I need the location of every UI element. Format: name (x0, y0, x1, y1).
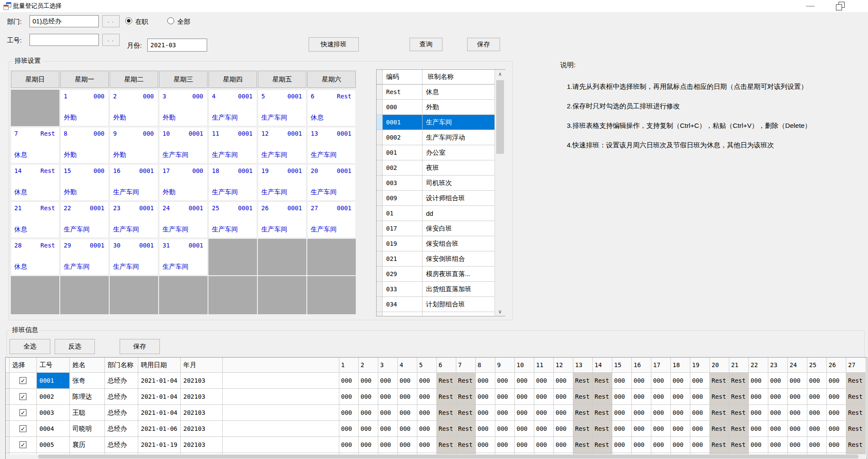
day-value-cell[interactable]: 000 (339, 389, 359, 405)
shift-list-row[interactable]: 034计划部组合班 (377, 297, 505, 312)
calendar-cell[interactable]: 6Rest休息 (307, 90, 356, 126)
day-value-cell[interactable]: 000 (515, 373, 534, 389)
day-value-cell[interactable]: Rest (437, 405, 456, 421)
day-value-cell[interactable]: 000 (768, 437, 788, 453)
shift-list-row[interactable]: 01dd (377, 206, 505, 221)
horizontal-scrollbar[interactable] (6, 454, 866, 459)
day-value-cell[interactable]: 000 (690, 405, 710, 421)
day-value-cell[interactable]: 000 (827, 389, 846, 405)
day-value-cell[interactable]: Rest (593, 373, 612, 389)
shift-row-selector[interactable] (377, 115, 383, 130)
day-value-cell[interactable]: 000 (398, 405, 417, 421)
save-button-top[interactable]: 保存 (467, 38, 500, 51)
day-value-cell[interactable]: 000 (749, 389, 768, 405)
day-value-cell[interactable]: Rest (573, 421, 593, 437)
hire-date-cell[interactable]: 2021-01-19 (138, 437, 181, 453)
calendar-cell[interactable]: 160001生产车间 (110, 164, 158, 201)
day-value-cell[interactable]: 000 (417, 405, 437, 421)
day-value-cell[interactable]: 000 (417, 437, 437, 453)
yearmonth-cell[interactable]: 202103 (181, 405, 223, 421)
day-value-cell[interactable]: 000 (495, 389, 515, 405)
shift-list-row[interactable]: 0001生产车间 (377, 115, 505, 130)
row-selector[interactable] (6, 421, 10, 437)
day-value-cell[interactable]: 000 (651, 421, 671, 437)
day-value-cell[interactable]: 000 (651, 373, 671, 389)
checkbox-checked-icon[interactable]: ✓ (20, 377, 26, 384)
day-value-cell[interactable]: 000 (749, 373, 768, 389)
day-value-cell[interactable]: 000 (554, 373, 573, 389)
day-value-cell[interactable]: 000 (612, 389, 632, 405)
calendar-cell[interactable]: 300001生产车间 (110, 239, 158, 275)
day-value-cell[interactable]: 000 (339, 373, 359, 389)
shift-list-scrollbar[interactable]: ∧ ∨ (494, 70, 505, 316)
day-value-cell[interactable]: Rest (437, 421, 456, 437)
row-selector[interactable] (6, 405, 10, 421)
day-value-cell[interactable]: 000 (632, 421, 651, 437)
day-value-cell[interactable]: 000 (476, 389, 495, 405)
day-value-cell[interactable]: 000 (515, 421, 534, 437)
calendar-cell[interactable]: 230001生产车间 (110, 202, 158, 238)
day-value-cell[interactable]: 000 (339, 437, 359, 453)
empno-cell[interactable]: 0003 (37, 405, 70, 421)
radio-all[interactable] (167, 17, 174, 24)
day-value-cell[interactable]: Rest (729, 373, 749, 389)
checkbox-cell[interactable]: ✓ (10, 405, 37, 421)
day-value-cell[interactable]: 000 (807, 421, 827, 437)
calendar-cell[interactable]: 180001生产车间 (208, 164, 257, 201)
calendar-cell[interactable]: 3000外勤 (159, 90, 208, 126)
shift-list-row[interactable]: 001办公室 (377, 145, 505, 160)
day-value-cell[interactable]: 000 (632, 373, 651, 389)
shift-list-row[interactable]: 017保安白班 (377, 221, 505, 236)
dept-cell[interactable]: 总经办 (105, 389, 138, 405)
day-value-cell[interactable]: Rest (846, 437, 866, 453)
radio-all-label[interactable]: 全部 (177, 18, 190, 26)
day-value-cell[interactable]: 000 (768, 373, 788, 389)
shift-row-selector[interactable] (377, 176, 383, 190)
checkbox-checked-icon[interactable]: ✓ (20, 393, 26, 400)
day-value-cell[interactable]: Rest (437, 373, 456, 389)
day-value-cell[interactable]: 000 (476, 373, 495, 389)
row-selector[interactable] (6, 373, 10, 389)
yearmonth-cell[interactable]: 202103 (181, 421, 223, 437)
day-value-cell[interactable]: 000 (495, 373, 515, 389)
calendar-cell[interactable]: 200001生产车间 (307, 164, 356, 201)
day-value-cell[interactable]: 000 (827, 437, 846, 453)
shift-list-row[interactable]: 033出货组直落加班 (377, 282, 505, 297)
row-selector[interactable] (6, 437, 10, 453)
shift-list-row[interactable]: 000外勤 (377, 100, 505, 115)
calendar-cell[interactable]: 40001生产车间 (208, 90, 257, 126)
day-value-cell[interactable]: 000 (690, 389, 710, 405)
calendar-cell[interactable]: 2000外勤 (110, 90, 158, 126)
checkbox-cell[interactable]: ✓ (10, 373, 37, 389)
day-value-cell[interactable]: 000 (554, 421, 573, 437)
checkbox-cell[interactable]: ✓ (10, 421, 37, 437)
day-value-cell[interactable]: 000 (359, 373, 378, 389)
hscrollbar-thumb[interactable] (38, 455, 858, 459)
day-value-cell[interactable]: Rest (456, 421, 476, 437)
save-button-bottom[interactable]: 保存 (120, 339, 160, 354)
empno-browse-button[interactable]: . . (102, 34, 120, 46)
day-value-cell[interactable]: 000 (359, 421, 378, 437)
day-value-cell[interactable]: 000 (671, 373, 690, 389)
day-value-cell[interactable]: Rest (437, 437, 456, 453)
day-value-cell[interactable]: 000 (612, 437, 632, 453)
day-value-cell[interactable]: 000 (378, 437, 398, 453)
day-value-cell[interactable]: Rest (593, 421, 612, 437)
day-value-cell[interactable]: 000 (417, 389, 437, 405)
shift-list-row[interactable]: 019保安组合班 (377, 236, 505, 251)
day-value-cell[interactable]: Rest (573, 405, 593, 421)
radio-active[interactable] (125, 17, 132, 24)
calendar-weekday-header-cell[interactable]: 星期一 (60, 71, 109, 88)
hire-date-cell[interactable]: 2021-01-06 (138, 421, 181, 437)
shift-row-selector[interactable] (377, 206, 383, 221)
day-value-cell[interactable]: Rest (846, 421, 866, 437)
shift-list-row[interactable]: 029模房夜班直落... (377, 267, 505, 282)
day-value-cell[interactable]: 000 (534, 421, 554, 437)
day-value-cell[interactable]: 000 (827, 421, 846, 437)
radio-active-label[interactable]: 在职 (135, 18, 148, 26)
shift-row-selector[interactable] (377, 100, 383, 114)
calendar-cell[interactable]: 9000外勤 (110, 127, 158, 163)
dept-cell[interactable]: 总经办 (105, 421, 138, 437)
hire-date-cell[interactable]: 2021-01-04 (138, 405, 181, 421)
calendar-cell[interactable]: 260001生产车间 (258, 202, 306, 238)
